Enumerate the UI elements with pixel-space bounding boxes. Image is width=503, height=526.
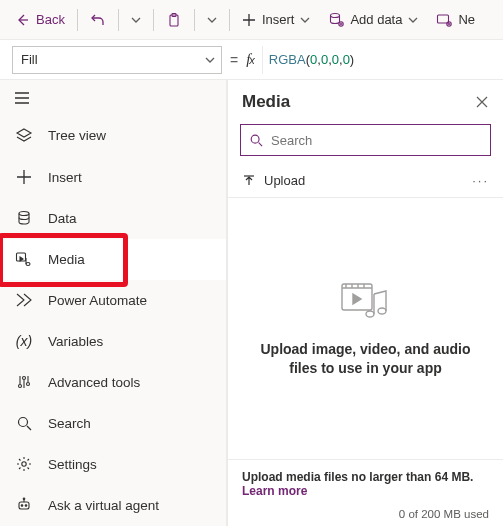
chevron-down-icon	[205, 55, 215, 65]
chevron-down-icon	[300, 15, 310, 25]
separator	[194, 9, 195, 31]
undo-menu-button[interactable]	[123, 4, 149, 36]
nav-label: Insert	[48, 170, 82, 185]
upload-button[interactable]: Upload	[242, 173, 305, 188]
tools-icon	[14, 374, 34, 390]
nav-label: Settings	[48, 457, 97, 472]
nav-variables[interactable]: (x) Variables	[0, 321, 226, 362]
nav-label: Tree view	[48, 128, 106, 143]
learn-more-link[interactable]: Learn more	[242, 484, 489, 498]
left-nav: Tree view Insert Data Media Power	[0, 80, 227, 526]
nav-tree-view[interactable]: Tree view	[0, 115, 226, 156]
nav-label: Data	[48, 211, 77, 226]
fx-icon[interactable]: fx	[246, 51, 254, 68]
bot-icon	[14, 497, 34, 513]
search-box[interactable]	[240, 124, 491, 156]
database-icon	[328, 12, 344, 28]
svg-point-11	[19, 418, 28, 427]
nav-label: Advanced tools	[48, 375, 140, 390]
paste-button[interactable]	[158, 4, 190, 36]
search-icon	[14, 415, 34, 431]
new-screen-button[interactable]: Ne	[428, 4, 483, 36]
svg-point-9	[23, 377, 26, 380]
svg-point-19	[366, 311, 374, 317]
media-placeholder-icon	[338, 280, 394, 324]
insert-button[interactable]: Insert	[234, 4, 319, 36]
svg-point-12	[22, 462, 26, 466]
separator	[77, 9, 78, 31]
new-screen-icon	[436, 12, 452, 28]
back-label: Back	[36, 12, 65, 27]
search-icon	[249, 133, 263, 147]
svg-point-2	[331, 13, 340, 17]
hamburger-button[interactable]	[0, 80, 226, 115]
nav-label: Search	[48, 416, 91, 431]
svg-point-10	[27, 383, 30, 386]
upload-hint: Upload media files no larger than 64 MB.	[242, 470, 489, 484]
nav-label: Variables	[48, 334, 103, 349]
svg-rect-13	[19, 502, 29, 509]
empty-message: Upload image, video, and audio files to …	[248, 340, 483, 378]
nav-advanced-tools[interactable]: Advanced tools	[0, 362, 226, 403]
nav-virtual-agent[interactable]: Ask a virtual agent	[0, 485, 226, 526]
database-icon	[14, 210, 34, 226]
nav-label: Media	[48, 252, 85, 267]
svg-point-20	[378, 308, 386, 314]
back-arrow-icon	[14, 12, 30, 28]
empty-state: Upload image, video, and audio files to …	[228, 198, 503, 459]
back-button[interactable]: Back	[6, 4, 73, 36]
plus-icon	[14, 169, 34, 185]
panel-footer: Upload media files no larger than 64 MB.…	[228, 459, 503, 526]
formula-input[interactable]: RGBA(0, 0, 0, 0)	[262, 46, 491, 74]
nav-insert[interactable]: Insert	[0, 157, 226, 198]
undo-button[interactable]	[82, 4, 114, 36]
search-input[interactable]	[271, 133, 482, 148]
variable-icon: (x)	[14, 333, 34, 349]
more-button[interactable]: ···	[472, 173, 489, 188]
plus-icon	[242, 13, 256, 27]
upload-label: Upload	[264, 173, 305, 188]
storage-usage: 0 of 200 MB used	[242, 508, 489, 520]
svg-point-15	[25, 505, 27, 507]
property-selector[interactable]: Fill	[12, 46, 222, 74]
chevron-down-icon	[131, 15, 141, 25]
new-screen-label: Ne	[458, 12, 475, 27]
svg-point-14	[21, 505, 23, 507]
equals-sign: =	[230, 52, 238, 68]
nav-label: Power Automate	[48, 293, 147, 308]
media-panel: Media Upload ···	[227, 80, 503, 526]
gear-icon	[14, 456, 34, 472]
svg-point-16	[23, 498, 25, 500]
separator	[229, 9, 230, 31]
nav-label: Ask a virtual agent	[48, 498, 159, 513]
svg-point-6	[19, 212, 29, 216]
fx-function: RGBA	[269, 52, 306, 67]
media-icon	[14, 250, 34, 268]
chevron-down-icon	[207, 15, 217, 25]
insert-label: Insert	[262, 12, 295, 27]
paste-menu-button[interactable]	[199, 4, 225, 36]
separator	[118, 9, 119, 31]
command-bar: Back Insert Add da	[0, 0, 503, 40]
nav-data[interactable]: Data	[0, 198, 226, 239]
nav-settings[interactable]: Settings	[0, 444, 226, 485]
add-data-button[interactable]: Add data	[320, 4, 426, 36]
svg-point-8	[19, 385, 22, 388]
formula-bar: Fill = fx RGBA(0, 0, 0, 0)	[0, 40, 503, 80]
nav-power-automate[interactable]: Power Automate	[0, 280, 226, 321]
panel-title: Media	[242, 92, 290, 112]
flow-icon	[14, 291, 34, 309]
clipboard-icon	[166, 12, 182, 28]
nav-media[interactable]: Media	[0, 239, 226, 280]
layers-icon	[14, 127, 34, 145]
chevron-down-icon	[408, 15, 418, 25]
svg-point-17	[251, 135, 259, 143]
svg-rect-4	[438, 15, 449, 23]
nav-search[interactable]: Search	[0, 403, 226, 444]
upload-icon	[242, 174, 256, 188]
separator	[153, 9, 154, 31]
undo-icon	[90, 12, 106, 28]
add-data-label: Add data	[350, 12, 402, 27]
close-button[interactable]	[475, 95, 489, 109]
property-name: Fill	[21, 52, 38, 67]
